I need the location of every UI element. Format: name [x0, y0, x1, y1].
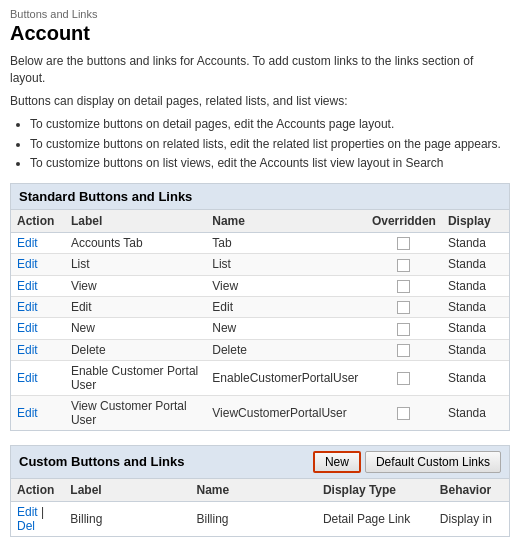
standard-section-header: Standard Buttons and Links [11, 184, 509, 210]
page-title: Account [10, 22, 510, 45]
standard-overridden-cell [366, 275, 442, 296]
standard-overridden-cell [366, 339, 442, 360]
new-button[interactable]: New [313, 451, 361, 473]
standard-label-cell: Delete [65, 339, 206, 360]
standard-action-cell: Edit [11, 339, 65, 360]
custom-col-header-behavior: Behavior [434, 479, 509, 502]
standard-overridden-cell [366, 360, 442, 395]
del-link[interactable]: Del [17, 519, 35, 533]
standard-buttons-section: Standard Buttons and Links Action Label … [10, 183, 510, 431]
standard-display-cell: Standa [442, 360, 509, 395]
custom-behavior-cell: Display in [434, 501, 509, 536]
edit-link[interactable]: Edit [17, 257, 38, 271]
page-container: Buttons and Links Account Below are the … [0, 0, 520, 545]
custom-label-cell: Billing [64, 501, 190, 536]
standard-name-cell: Tab [206, 232, 366, 253]
custom-col-header-display-type: Display Type [317, 479, 434, 502]
standard-display-cell: Standa [442, 395, 509, 430]
custom-section-header: Custom Buttons and Links New Default Cus… [11, 446, 509, 479]
overridden-checkbox [397, 323, 410, 336]
overridden-checkbox [397, 237, 410, 250]
edit-link[interactable]: Edit [17, 406, 38, 420]
custom-col-header-name: Name [191, 479, 317, 502]
standard-display-cell: Standa [442, 318, 509, 339]
table-row: EditView Customer Portal UserViewCustome… [11, 395, 509, 430]
standard-buttons-table: Action Label Name Overridden Display Edi… [11, 210, 509, 430]
default-custom-links-button[interactable]: Default Custom Links [365, 451, 501, 473]
col-header-label: Label [65, 210, 206, 233]
custom-col-header-action: Action [11, 479, 64, 502]
table-row: EditEnable Customer Portal UserEnableCus… [11, 360, 509, 395]
table-row: EditListListStanda [11, 254, 509, 275]
edit-link[interactable]: Edit [17, 505, 38, 519]
edit-link[interactable]: Edit [17, 343, 38, 357]
overridden-checkbox [397, 407, 410, 420]
standard-name-cell: List [206, 254, 366, 275]
standard-display-cell: Standa [442, 232, 509, 253]
col-header-display: Display [442, 210, 509, 233]
intro-paragraph-2: Buttons can display on detail pages, rel… [10, 93, 510, 110]
standard-overridden-cell [366, 254, 442, 275]
standard-label-cell: Edit [65, 296, 206, 317]
custom-button-group: New Default Custom Links [313, 451, 501, 473]
standard-label-cell: List [65, 254, 206, 275]
col-header-name: Name [206, 210, 366, 233]
standard-label-cell: New [65, 318, 206, 339]
table-row: Edit | DelBillingBillingDetail Page Link… [11, 501, 509, 536]
standard-name-cell: EnableCustomerPortalUser [206, 360, 366, 395]
edit-link[interactable]: Edit [17, 371, 38, 385]
custom-buttons-section: Custom Buttons and Links New Default Cus… [10, 445, 510, 537]
standard-name-cell: Edit [206, 296, 366, 317]
standard-label-cell: Enable Customer Portal User [65, 360, 206, 395]
overridden-checkbox [397, 372, 410, 385]
edit-link[interactable]: Edit [17, 279, 38, 293]
intro-paragraph-1: Below are the buttons and links for Acco… [10, 53, 510, 87]
standard-display-cell: Standa [442, 275, 509, 296]
col-header-action: Action [11, 210, 65, 233]
table-row: EditViewViewStanda [11, 275, 509, 296]
edit-link[interactable]: Edit [17, 236, 38, 250]
standard-overridden-cell [366, 318, 442, 339]
standard-label-cell: Accounts Tab [65, 232, 206, 253]
standard-name-cell: Delete [206, 339, 366, 360]
table-row: EditEditEditStanda [11, 296, 509, 317]
standard-action-cell: Edit [11, 296, 65, 317]
standard-name-cell: ViewCustomerPortalUser [206, 395, 366, 430]
standard-action-cell: Edit [11, 318, 65, 339]
standard-display-cell: Standa [442, 296, 509, 317]
table-row: EditNewNewStanda [11, 318, 509, 339]
standard-overridden-cell [366, 296, 442, 317]
overridden-checkbox [397, 259, 410, 272]
custom-action-cell: Edit | Del [11, 501, 64, 536]
custom-display-type-cell: Detail Page Link [317, 501, 434, 536]
overridden-checkbox [397, 301, 410, 314]
standard-label-cell: View Customer Portal User [65, 395, 206, 430]
standard-action-cell: Edit [11, 395, 65, 430]
edit-link[interactable]: Edit [17, 321, 38, 335]
standard-action-cell: Edit [11, 360, 65, 395]
overridden-checkbox [397, 280, 410, 293]
table-row: EditAccounts TabTabStanda [11, 232, 509, 253]
bullet-item-2: To customize buttons on related lists, e… [30, 135, 510, 154]
bullet-item-1: To customize buttons on detail pages, ed… [30, 115, 510, 134]
col-header-overridden: Overridden [366, 210, 442, 233]
standard-label-cell: View [65, 275, 206, 296]
standard-overridden-cell [366, 232, 442, 253]
custom-buttons-table: Action Label Name Display Type Behavior … [11, 479, 509, 536]
standard-action-cell: Edit [11, 275, 65, 296]
table-row: EditDeleteDeleteStanda [11, 339, 509, 360]
edit-link[interactable]: Edit [17, 300, 38, 314]
bullet-item-3: To customize buttons on list views, edit… [30, 154, 510, 173]
standard-overridden-cell [366, 395, 442, 430]
standard-name-cell: New [206, 318, 366, 339]
standard-action-cell: Edit [11, 254, 65, 275]
standard-display-cell: Standa [442, 254, 509, 275]
custom-col-header-label: Label [64, 479, 190, 502]
custom-name-cell: Billing [191, 501, 317, 536]
overridden-checkbox [397, 344, 410, 357]
breadcrumb: Buttons and Links [10, 8, 510, 20]
standard-action-cell: Edit [11, 232, 65, 253]
standard-name-cell: View [206, 275, 366, 296]
standard-display-cell: Standa [442, 339, 509, 360]
bullet-list: To customize buttons on detail pages, ed… [30, 115, 510, 173]
